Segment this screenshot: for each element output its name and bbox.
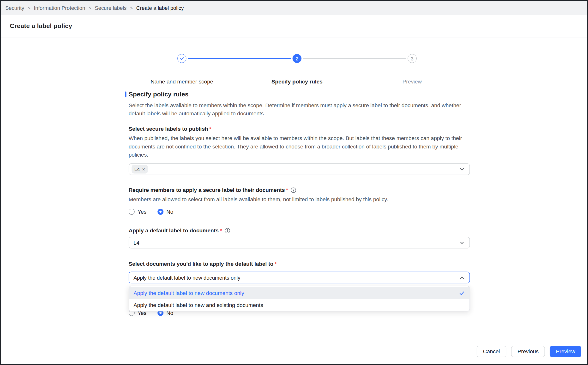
main-content: 2 3 Name and member scope Specify policy… [1, 37, 587, 338]
breadcrumb-item-current: Create a label policy [136, 5, 184, 11]
tag-text: L4 [134, 166, 140, 172]
publish-labels-multiselect[interactable]: L4 × [129, 163, 470, 175]
default-label-value: L4 [133, 239, 139, 246]
radio-option-yes[interactable]: Yes [129, 209, 146, 215]
require-label-radio-group: Yes No [129, 209, 470, 215]
chevron-right-icon: > [28, 5, 30, 11]
radio-no-label: No [166, 209, 173, 215]
default-label-label: Apply a default label to documents * [129, 227, 470, 233]
chevron-down-icon[interactable] [459, 240, 465, 245]
radio-selected-icon[interactable] [158, 209, 164, 215]
chevron-right-icon: > [89, 5, 92, 11]
chevron-up-icon[interactable] [459, 275, 465, 280]
apply-scope-dropdown-menu: Apply the default label to new documents… [129, 286, 470, 311]
section-title: Specify policy rules [129, 91, 189, 98]
required-asterisk: * [209, 126, 211, 132]
default-label-select[interactable]: L4 [129, 237, 470, 248]
publish-labels-description: When published, the labels you select he… [129, 134, 470, 159]
require-label-label-text: Require members to apply a secure label … [129, 187, 285, 193]
step-1-label: Name and member scope [126, 79, 238, 85]
section-accent-bar [125, 91, 127, 97]
required-asterisk: * [275, 261, 277, 267]
publish-labels-label-text: Select secure labels to publish [129, 126, 208, 132]
step-3-number: 3 [411, 56, 414, 61]
dropdown-option-new-and-existing[interactable]: Apply the default label to new and exist… [129, 299, 470, 311]
wizard-stepper: 2 3 Name and member scope Specify policy… [1, 51, 587, 89]
tag-remove-icon[interactable]: × [142, 166, 145, 172]
required-asterisk: * [286, 187, 288, 193]
page-header: Create a label policy [1, 15, 587, 38]
breadcrumb-item-information-protection[interactable]: Information Protection [34, 5, 85, 11]
step-1-done-circle [177, 54, 186, 63]
step-2-active-circle: 2 [293, 54, 302, 63]
step-2-label: Specify policy rules [241, 79, 353, 85]
required-asterisk: * [220, 227, 222, 233]
apply-scope-label-text: Select documents you'd like to apply the… [129, 261, 273, 267]
preview-button[interactable]: Preview [550, 346, 581, 357]
check-icon [179, 56, 184, 61]
info-icon[interactable] [291, 187, 296, 193]
stepper-connector-done [188, 58, 291, 59]
section-description: Select the labels available to members w… [129, 101, 470, 118]
apply-scope-select-open[interactable]: Apply the default label to new documents… [129, 272, 470, 283]
default-label-label-text: Apply a default label to documents [129, 227, 219, 233]
option-label: Apply the default label to new and exist… [133, 302, 263, 308]
policy-rules-form: Specify policy rules Select the labels a… [129, 91, 470, 316]
apply-scope-label: Select documents you'd like to apply the… [129, 261, 470, 267]
wizard-footer: Cancel Previous Preview [1, 338, 587, 364]
dropdown-option-new-documents-only[interactable]: Apply the default label to new documents… [129, 287, 470, 299]
step-3-label: Preview [356, 79, 468, 85]
check-icon [459, 290, 465, 296]
require-label-description: Members are allowed to select from all l… [129, 195, 470, 203]
section-heading: Specify policy rules [125, 91, 470, 98]
breadcrumb-item-secure-labels[interactable]: Secure labels [95, 5, 127, 11]
info-icon[interactable] [225, 228, 230, 233]
page-title: Create a label policy [10, 22, 72, 30]
radio-unselected-icon[interactable] [129, 209, 135, 215]
stepper-connector-upcoming [303, 58, 406, 59]
step-2-number: 2 [296, 56, 298, 61]
publish-labels-label: Select secure labels to publish * [129, 126, 470, 132]
chevron-right-icon: > [130, 5, 133, 11]
cancel-button[interactable]: Cancel [477, 346, 506, 357]
chevron-down-icon[interactable] [459, 167, 465, 172]
breadcrumb-item-security[interactable]: Security [5, 5, 24, 11]
radio-option-no[interactable]: No [158, 209, 173, 215]
radio-yes-label: Yes [137, 209, 146, 215]
option-label: Apply the default label to new documents… [133, 290, 244, 296]
selected-label-tag: L4 × [131, 165, 148, 174]
require-label-label: Require members to apply a secure label … [129, 187, 470, 193]
apply-scope-dropdown-wrap: Apply the default label to new documents… [129, 272, 470, 283]
apply-scope-value: Apply the default label to new documents… [133, 274, 240, 281]
app-window: Security > Information Protection > Secu… [0, 0, 588, 365]
breadcrumb: Security > Information Protection > Secu… [1, 1, 587, 15]
step-3-circle: 3 [408, 54, 417, 63]
previous-button[interactable]: Previous [511, 346, 545, 357]
